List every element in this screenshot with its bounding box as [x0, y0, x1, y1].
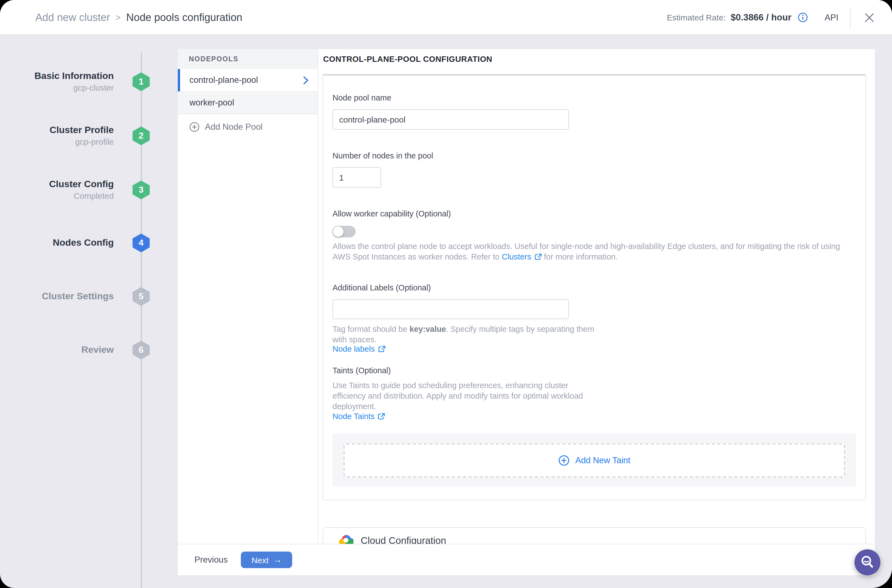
cloud-configuration-card[interactable]: Cloud Configuration: [323, 527, 866, 544]
step-number-hexagon: 5: [132, 287, 150, 306]
step-title: Cluster Profile: [50, 124, 114, 136]
external-link-icon: [378, 413, 385, 420]
allow-worker-capability-toggle[interactable]: [332, 226, 356, 237]
step-number-hexagon: 6: [132, 340, 150, 359]
node-count-input[interactable]: [332, 167, 381, 188]
node-taints-link[interactable]: Node Taints: [332, 412, 385, 421]
pool-config-title: CONTROL-PLANE-POOL CONFIGURATION: [323, 55, 493, 63]
step-number-hexagon: 1: [132, 72, 150, 91]
node-count-label: Number of nodes in the pool: [332, 151, 433, 160]
breadcrumb: Add new cluster > Node pools configurati…: [35, 0, 242, 35]
node-pool-name-label: Node pool name: [332, 93, 391, 102]
next-button[interactable]: Next →: [241, 552, 293, 568]
add-node-pool-label: Add Node Pool: [205, 122, 263, 132]
step-subtitle: Completed: [49, 190, 114, 201]
help-button[interactable]: [854, 549, 880, 575]
breadcrumb-current-page: Node pools configuration: [126, 11, 242, 24]
nodepool-name: control-plane-pool: [189, 75, 258, 85]
step-subtitle: gcp-profile: [50, 136, 114, 147]
additional-labels-label: Additional Labels (Optional): [332, 283, 431, 292]
header-divider: [850, 7, 851, 28]
magnifier-smile-icon: [860, 555, 875, 570]
google-cloud-icon: [338, 534, 353, 544]
step-number-hexagon: 4: [132, 234, 150, 252]
add-node-pool-button[interactable]: Add Node Pool: [178, 114, 318, 140]
previous-button[interactable]: Previous: [194, 555, 228, 565]
plus-circle-icon: [558, 455, 569, 466]
arrow-right-icon: →: [273, 555, 282, 564]
taints-description: Use Taints to guide pod scheduling prefe…: [332, 380, 591, 412]
step-title: Nodes Config: [53, 237, 114, 249]
header-actions: Estimated Rate: $0.3866 / hour API: [667, 0, 877, 35]
external-link-icon: [535, 254, 542, 261]
wizard-footer: Previous Next →: [178, 544, 875, 575]
add-cluster-modal: Add new cluster > Node pools configurati…: [0, 0, 892, 588]
close-icon[interactable]: [862, 10, 877, 25]
allow-worker-capability-label: Allow worker capability (Optional): [332, 209, 451, 218]
breadcrumb-add-new-cluster[interactable]: Add new cluster: [35, 11, 110, 24]
nodepool-name: worker-pool: [189, 98, 234, 108]
nodepool-item-worker-pool[interactable]: worker-pool: [178, 92, 318, 114]
estimated-rate-label: Estimated Rate:: [667, 13, 725, 22]
app-stage: Add new cluster > Node pools configurati…: [0, 0, 892, 588]
add-new-taint-label: Add New Taint: [575, 456, 630, 465]
pool-config-card: Node pool name Number of nodes in the po…: [323, 74, 866, 500]
taints-container: Add New Taint: [332, 434, 856, 486]
chevron-right-icon: [303, 76, 309, 84]
cloud-configuration-title: Cloud Configuration: [361, 534, 446, 544]
step-number-hexagon: 2: [132, 126, 150, 145]
breadcrumb-separator: >: [116, 12, 121, 22]
api-button[interactable]: API: [824, 12, 838, 22]
nodepools-heading: NODEPOOLS: [178, 49, 318, 69]
taints-label: Taints (Optional): [332, 366, 391, 375]
info-icon[interactable]: [797, 12, 808, 22]
external-link-icon: [378, 345, 385, 352]
step-title: Review: [81, 344, 114, 356]
step-title: Cluster Settings: [42, 290, 114, 303]
step-subtitle: gcp-cluster: [35, 82, 114, 93]
labels-help-text: Tag format should be key:value. Specify …: [332, 324, 603, 345]
modal-header: Add new cluster > Node pools configurati…: [0, 0, 892, 35]
key-value-format: key:value: [410, 325, 446, 333]
node-pool-name-input[interactable]: [332, 110, 569, 130]
content-panel: NODEPOOLS control-plane-pool worker-pool: [178, 49, 875, 575]
worker-capability-description: Allows the control plane node to accept …: [332, 241, 850, 262]
step-title: Basic Information: [35, 70, 114, 82]
plus-circle-icon: [189, 122, 200, 132]
add-new-taint-button[interactable]: Add New Taint: [344, 443, 845, 478]
toggle-knob: [333, 226, 344, 237]
pool-config-area: CONTROL-PLANE-POOL CONFIGURATION Node po…: [319, 49, 875, 544]
nodepool-item-control-plane-pool[interactable]: control-plane-pool: [178, 69, 318, 92]
estimated-rate-value: $0.3866 / hour: [731, 12, 791, 22]
node-labels-link[interactable]: Node labels: [332, 345, 385, 353]
nodepools-sidebar: NODEPOOLS control-plane-pool worker-pool: [178, 49, 318, 544]
step-number-hexagon: 3: [132, 180, 150, 200]
clusters-link[interactable]: Clusters: [502, 252, 542, 262]
step-title: Cluster Config: [49, 178, 114, 190]
description-text: for more information.: [542, 252, 618, 261]
additional-labels-input[interactable]: [332, 299, 569, 319]
